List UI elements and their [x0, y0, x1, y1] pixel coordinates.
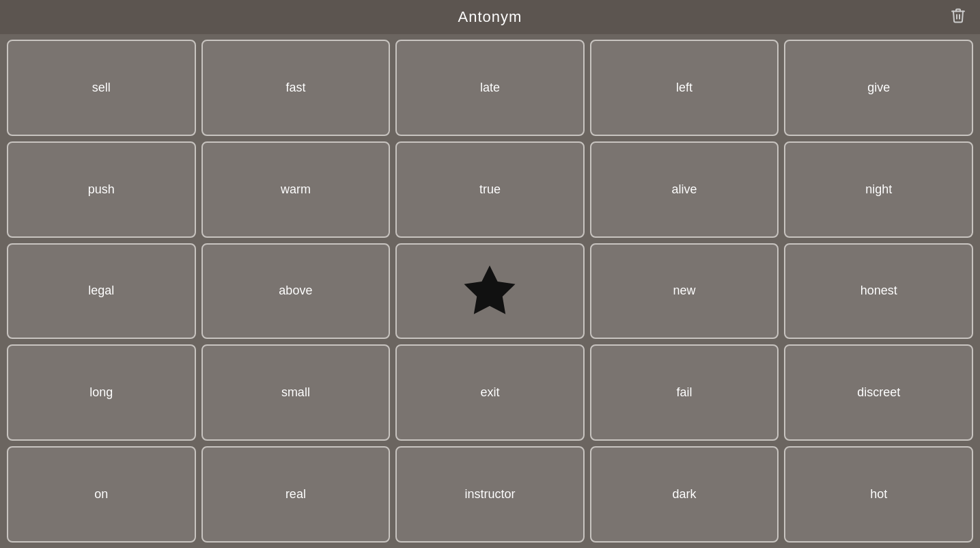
word-card-r1c4[interactable]: night: [784, 141, 973, 238]
word-text: new: [673, 284, 696, 298]
word-text: true: [479, 182, 501, 197]
word-card-r1c1[interactable]: warm: [201, 141, 391, 238]
word-text: dark: [673, 487, 697, 502]
star-icon: [459, 260, 520, 322]
word-card-r2c0[interactable]: legal: [7, 243, 196, 340]
word-card-r3c1[interactable]: small: [201, 344, 391, 441]
word-text: legal: [88, 284, 114, 298]
word-card-r2c2[interactable]: [395, 243, 585, 340]
word-text: real: [285, 487, 306, 502]
svg-marker-0: [464, 265, 516, 314]
word-card-r2c3[interactable]: new: [590, 243, 779, 340]
trash-icon: [950, 8, 966, 24]
word-card-r2c1[interactable]: above: [201, 243, 391, 340]
word-card-r4c0[interactable]: on: [7, 446, 196, 543]
word-card-r3c3[interactable]: fail: [590, 344, 779, 441]
word-card-r0c4[interactable]: give: [784, 40, 973, 136]
word-text: alive: [672, 182, 697, 197]
word-card-r1c3[interactable]: alive: [590, 141, 779, 238]
word-card-r2c4[interactable]: honest: [784, 243, 973, 340]
word-text: on: [94, 487, 108, 502]
page-title: Antonym: [458, 8, 522, 26]
word-grid: sellfastlateleftgivepushwarmtruealivenig…: [0, 34, 980, 548]
word-text: discreet: [857, 385, 900, 400]
word-text: sell: [92, 81, 111, 95]
word-text: hot: [870, 487, 887, 502]
trash-button[interactable]: [947, 5, 969, 30]
word-card-r4c1[interactable]: real: [201, 446, 391, 543]
word-text: fail: [677, 385, 692, 400]
word-text: instructor: [464, 487, 515, 502]
word-card-r1c2[interactable]: true: [395, 141, 585, 238]
word-text: long: [89, 385, 113, 400]
word-card-r0c0[interactable]: sell: [7, 40, 196, 136]
word-card-r3c0[interactable]: long: [7, 344, 196, 441]
word-text: honest: [860, 284, 897, 298]
word-card-r3c4[interactable]: discreet: [784, 344, 973, 441]
word-text: above: [279, 284, 312, 298]
word-card-r4c3[interactable]: dark: [590, 446, 779, 543]
word-text: small: [281, 385, 310, 400]
word-card-r4c4[interactable]: hot: [784, 446, 973, 543]
header: Antonym: [0, 0, 980, 34]
word-text: late: [480, 81, 500, 95]
word-text: push: [88, 182, 115, 197]
word-text: warm: [281, 182, 311, 197]
word-text: fast: [285, 81, 305, 95]
word-text: exit: [480, 385, 499, 400]
word-card-r4c2[interactable]: instructor: [395, 446, 585, 543]
word-text: left: [676, 81, 692, 95]
word-card-r0c2[interactable]: late: [395, 40, 585, 136]
word-card-r1c0[interactable]: push: [7, 141, 196, 238]
word-text: give: [867, 81, 890, 95]
word-card-r3c2[interactable]: exit: [395, 344, 585, 441]
word-card-r0c3[interactable]: left: [590, 40, 779, 136]
word-card-r0c1[interactable]: fast: [201, 40, 391, 136]
word-text: night: [865, 182, 892, 197]
